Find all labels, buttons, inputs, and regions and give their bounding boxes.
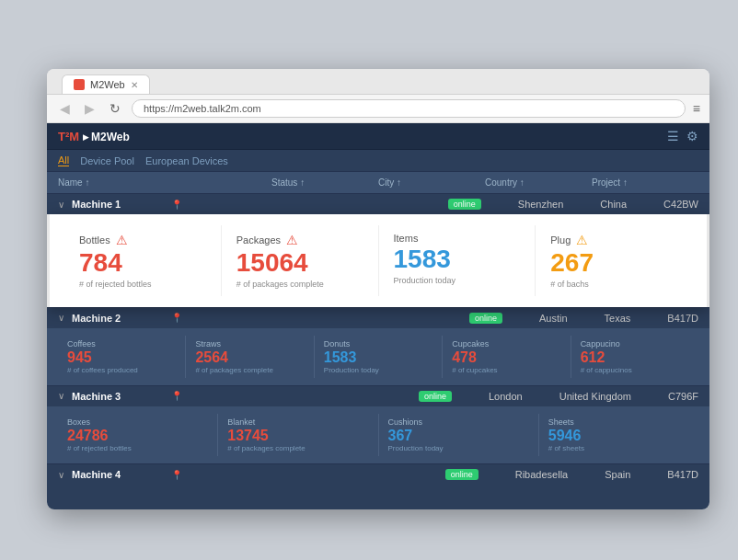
refresh-button[interactable]: ↻ [106, 99, 124, 118]
machine1-location-info: online Shenzhen China C42BW [448, 199, 698, 210]
app-header: T²M ▸ M2Web ☰ ⚙ [47, 123, 709, 150]
machine2-chevron[interactable]: ∨ [58, 313, 64, 323]
sw-boxes: Boxes 24786 # of rejected bottles [58, 414, 218, 456]
widget-plug-value: 267 [550, 249, 677, 278]
logo-t2m: T²M [58, 130, 79, 143]
back-button[interactable]: ◀ [56, 99, 74, 118]
tab-close-icon[interactable]: ✕ [131, 80, 138, 90]
sw-straws: Straws 2564 # of packages complete [186, 336, 314, 378]
machine3-pin-icon: 📍 [171, 391, 182, 401]
machine1-status: online [448, 199, 481, 210]
header-icons: ☰ ⚙ [667, 129, 698, 143]
plug-alert-icon: ⚠ [576, 233, 588, 247]
machine1-project: C42BW [663, 199, 698, 210]
widget-items-label: Items [394, 233, 521, 244]
machine2-project: B417D [667, 313, 698, 324]
machine4-chevron[interactable]: ∨ [58, 470, 64, 480]
sw-blanket: Blanket 13745 # of packages complete [218, 414, 378, 456]
machine3-header: ∨ Machine 3 📍 online London United Kingd… [47, 385, 709, 406]
machine4-project: B417D [667, 469, 698, 480]
widget-bottles-value: 784 [79, 249, 206, 278]
machine2-location-info: online Austin Texas B417D [469, 313, 698, 324]
browser-nav: ◀ ▶ ↻ https://m2web.talk2m.com ≡ [47, 95, 709, 123]
machine3-city: London [489, 391, 523, 402]
list-icon[interactable]: ☰ [667, 129, 679, 143]
machine1-city: Shenzhen [518, 199, 564, 210]
settings-icon[interactable]: ⚙ [686, 129, 698, 143]
machine3-country: United Kingdom [559, 391, 631, 402]
machine4-status: online [445, 469, 479, 480]
machine1-country: China [600, 199, 627, 210]
app-nav: All Device Pool European Devices [47, 150, 709, 172]
forward-button[interactable]: ▶ [81, 99, 98, 118]
machine2-widget-panel: Coffees 945 # of coffees produced Straws… [47, 328, 709, 385]
col-country[interactable]: Country ↑ [485, 177, 592, 188]
machine4-country: Spain [605, 469, 630, 480]
address-bar[interactable]: https://m2web.talk2m.com [132, 99, 686, 118]
machine2-name[interactable]: Machine 2 [72, 313, 164, 324]
browser-menu-icon[interactable]: ≡ [693, 101, 700, 116]
widget-packages-label: Packages ⚠ [236, 233, 363, 247]
widget-packages-sublabel: # of packages complete [236, 280, 363, 289]
col-project[interactable]: Project ↑ [592, 177, 698, 188]
url-text: https://m2web.talk2m.com [144, 103, 261, 114]
widget-bottles: Bottles ⚠ 784 # of rejected bottles [64, 225, 222, 296]
machine1-chevron[interactable]: ∨ [58, 200, 64, 210]
machine4-header: ∨ Machine 4 📍 online Ribadesella Spain B… [47, 463, 709, 485]
app-content: T²M ▸ M2Web ☰ ⚙ All Device Pool European… [47, 123, 709, 509]
machine2-country: Texas [605, 313, 631, 324]
sw-donuts: Donuts 1583 Production today [315, 336, 443, 378]
widget-plug: Plug ⚠ 267 # of bachs [536, 225, 692, 296]
widget-items-sublabel: Production today [394, 276, 521, 285]
machine3-widget-panel: Boxes 24786 # of rejected bottles Blanke… [47, 406, 709, 463]
machine1-header: ∨ Machine 1 📍 online Shenzhen China C42B… [47, 193, 709, 214]
machine2-header: ∨ Machine 2 📍 online Austin Texas B417D [47, 307, 709, 328]
machine3-project: C796F [668, 391, 698, 402]
machine4-city: Ribadesella [515, 469, 568, 480]
machine4-pin-icon: 📍 [171, 470, 182, 480]
nav-item-european-devices[interactable]: European Devices [145, 155, 228, 166]
tab-title: M2Web [90, 79, 125, 90]
machine3-location-info: online London United Kingdom C796F [419, 391, 698, 402]
machine1-widget-panel: Bottles ⚠ 784 # of rejected bottles Pack… [47, 214, 709, 307]
sw-cappucino: Cappucino 612 # of cappucinos [571, 336, 698, 378]
machine3-name[interactable]: Machine 3 [72, 391, 164, 402]
tab-favicon [74, 79, 85, 90]
widget-packages-value: 15064 [236, 249, 363, 278]
nav-item-all[interactable]: All [58, 154, 69, 166]
browser-window: M2Web ✕ ◀ ▶ ↻ https://m2web.talk2m.com ≡… [47, 69, 709, 509]
sw-cupcakes: Cupcakes 478 # of cupcakes [443, 336, 571, 378]
sw-sheets: Sheets 5946 # of sheets [539, 414, 698, 456]
machine3-status: online [419, 391, 452, 402]
machine2-pin-icon: 📍 [171, 313, 182, 323]
app-logo: T²M ▸ M2Web [58, 130, 130, 143]
widget-items-value: 1583 [394, 246, 521, 274]
nav-item-device-pool[interactable]: Device Pool [80, 155, 134, 166]
machine3-chevron[interactable]: ∨ [58, 391, 64, 401]
widget-plug-label: Plug ⚠ [550, 233, 677, 247]
packages-alert-icon: ⚠ [286, 233, 298, 247]
widget-plug-sublabel: # of bachs [550, 280, 677, 289]
browser-tab[interactable]: M2Web ✕ [62, 74, 150, 94]
machine1-name[interactable]: Machine 1 [72, 199, 164, 210]
sw-cushions: Cushions 367 Production today [379, 414, 539, 456]
widget-bottles-sublabel: # of rejected bottles [79, 280, 206, 289]
col-name[interactable]: Name ↑ [58, 177, 271, 188]
widget-items: Items 1583 Production today [379, 225, 536, 296]
table-header: Name ↑ Status ↑ City ↑ Country ↑ Project… [47, 172, 709, 193]
machine1-pin-icon: 📍 [171, 200, 182, 210]
machine2-city: Austin [539, 313, 568, 324]
col-status[interactable]: Status ↑ [271, 177, 378, 188]
widget-bottles-label: Bottles ⚠ [79, 233, 206, 247]
sw-coffees: Coffees 945 # of coffees produced [58, 336, 186, 378]
bottles-alert-icon: ⚠ [116, 233, 128, 247]
machine4-location-info: online Ribadesella Spain B417D [445, 469, 698, 480]
machine4-name[interactable]: Machine 4 [72, 469, 164, 480]
logo-m2web: ▸ M2Web [83, 131, 130, 143]
browser-titlebar: M2Web ✕ [47, 69, 709, 95]
widget-packages: Packages ⚠ 15064 # of packages complete [222, 225, 379, 296]
machine2-status: online [469, 313, 502, 324]
col-city[interactable]: City ↑ [378, 177, 485, 188]
